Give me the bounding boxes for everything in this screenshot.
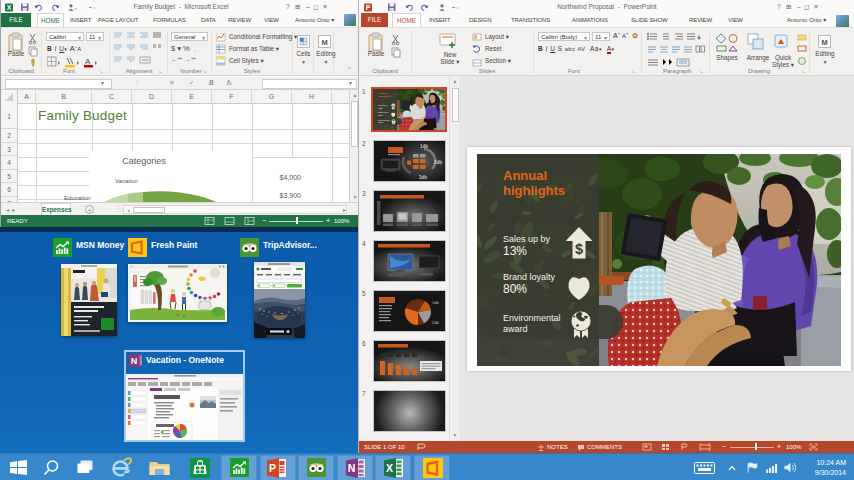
svg-text:1db: 1db [420, 144, 428, 149]
svg-text:X: X [386, 462, 393, 474]
svg-text:M: M [821, 38, 827, 47]
svg-text:A: A [85, 57, 91, 66]
svg-text:1db: 1db [432, 300, 439, 305]
svg-text:highlights: highlights [503, 183, 565, 198]
svg-text:N: N [131, 356, 138, 366]
svg-text:13%: 13% [503, 244, 527, 258]
svg-text:3db: 3db [419, 175, 427, 180]
svg-text:2db: 2db [432, 320, 439, 325]
svg-text:Annual: Annual [503, 168, 547, 183]
svg-text:Sales up by: Sales up by [503, 234, 551, 244]
svg-text:award: award [503, 324, 528, 334]
svg-text:X: X [7, 4, 12, 11]
svg-text:2db: 2db [434, 160, 442, 165]
svg-text:Brand loyalty: Brand loyalty [503, 272, 556, 282]
svg-text:P: P [366, 4, 371, 11]
svg-text:N: N [348, 462, 356, 474]
svg-text:P: P [269, 462, 276, 474]
svg-text:Environmental: Environmental [503, 313, 561, 323]
svg-text:$: $ [575, 241, 583, 257]
svg-text:M: M [321, 38, 327, 47]
svg-text:80%: 80% [503, 282, 527, 296]
